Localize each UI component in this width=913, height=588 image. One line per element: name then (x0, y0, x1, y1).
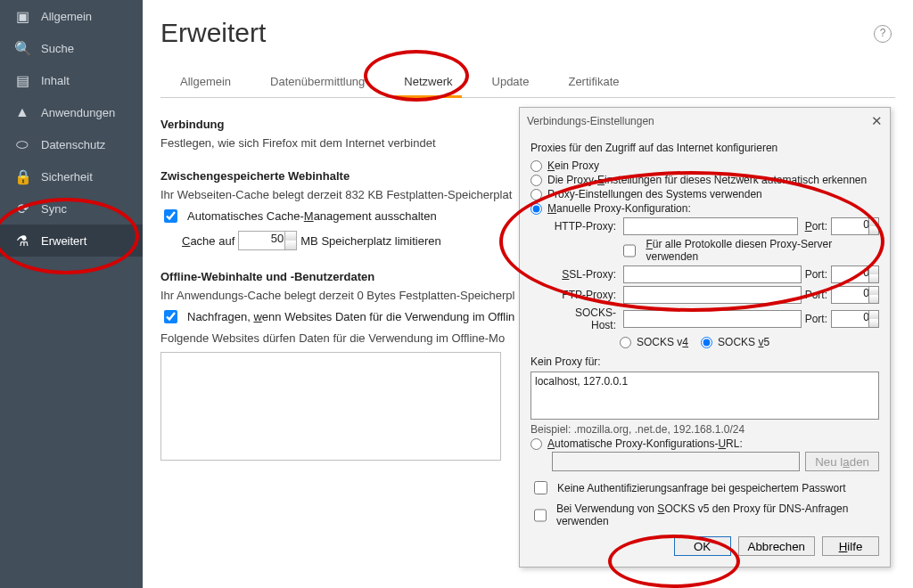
connection-settings-dialog: Verbindungs-Einstellungen ✕ Proxies für … (519, 107, 891, 568)
noproxy-textarea[interactable]: localhost, 127.0.0.1 (531, 372, 879, 420)
sidebar-label: Erweitert (41, 234, 86, 248)
tab-data[interactable]: Datenübermittlung (268, 69, 366, 97)
sidebar-label: Allgemein (41, 10, 92, 23)
sync-icon: ⟳ (14, 200, 30, 217)
help-button[interactable]: Hilfe (822, 536, 879, 556)
reload-button[interactable]: Neu laden (805, 452, 879, 471)
radio-socks4[interactable]: SOCKS v4 (620, 336, 688, 348)
ftp-proxy-input[interactable] (623, 286, 802, 304)
gear-icon: ▣ (14, 8, 30, 25)
offline-sites-list[interactable] (160, 352, 501, 461)
mask-icon: ⬭ (14, 136, 30, 152)
offline-ask-input[interactable] (164, 310, 177, 323)
http-port-input[interactable]: 0 (831, 217, 879, 235)
ssl-proxy-label: SSL-Proxy: (552, 268, 620, 281)
radio-manual-proxy[interactable]: Manuelle Proxy-Konfiguration: (531, 202, 879, 215)
lock-icon: 🔒 (14, 168, 30, 185)
sidebar-label: Sicherheit (41, 170, 93, 184)
advanced-tabs: Allgemein Datenübermittlung Netzwerk Upd… (160, 69, 895, 98)
sidebar-item-content[interactable]: ▤Inhalt (0, 64, 143, 96)
sidebar-label: Datenschutz (41, 138, 105, 151)
close-icon[interactable]: ✕ (871, 113, 883, 129)
socks-port-input[interactable]: 0 (831, 310, 879, 328)
socks-host-label: SOCKS-Host: (552, 306, 620, 331)
ssl-port-input[interactable]: 0 (831, 265, 879, 283)
sidebar-item-sync[interactable]: ⟳Sync (0, 192, 143, 225)
flask-icon: ⚗ (14, 233, 30, 249)
same-proxy-checkbox[interactable]: Für alle Protokolle diesen Proxy-Server … (620, 238, 879, 263)
ok-button[interactable]: OK (674, 536, 731, 556)
sidebar-item-general[interactable]: ▣Allgemein (0, 0, 143, 32)
search-icon: 🔍 (14, 40, 30, 57)
ssl-proxy-input[interactable] (623, 265, 802, 283)
tab-certificates[interactable]: Zertifikate (566, 69, 621, 97)
noproxy-example: Beispiel: .mozilla.org, .net.de, 192.168… (531, 423, 879, 436)
radio-no-proxy[interactable]: Kein Proxy (531, 159, 879, 172)
socks-host-input[interactable] (623, 310, 802, 328)
page-title: Erweitert (160, 18, 895, 48)
cache-override-input[interactable] (164, 209, 177, 223)
tab-update[interactable]: Update (490, 69, 531, 97)
http-proxy-input[interactable] (623, 217, 798, 235)
noauth-checkbox[interactable]: Keine Authentifizierungsanfrage bei gesp… (531, 478, 879, 497)
rocket-icon: ▲ (14, 104, 30, 120)
sidebar-item-privacy[interactable]: ⬭Datenschutz (0, 128, 143, 160)
radio-auto-detect[interactable]: Die Proxy-Einstellungen für dieses Netzw… (531, 174, 879, 186)
radio-pac-url[interactable]: Automatische Proxy-Konfigurations-URL: (531, 437, 879, 450)
radio-system-proxy[interactable]: Proxy-Einstellungen des Systems verwende… (531, 188, 879, 200)
ftp-proxy-label: FTP-Proxy: (552, 289, 620, 301)
sidebar-label: Sync (41, 202, 67, 216)
noproxy-label: Kein Proxy für: (531, 355, 879, 368)
ftp-port-input[interactable]: 0 (831, 286, 879, 304)
sidebar-item-advanced[interactable]: ⚗Erweitert (0, 225, 143, 257)
pac-url-input (552, 452, 800, 471)
radio-socks5[interactable]: SOCKS v5 (701, 336, 769, 348)
cancel-button[interactable]: Abbrechen (738, 536, 815, 556)
dialog-heading: Proxies für den Zugriff auf das Internet… (531, 142, 879, 154)
socks-dns-checkbox[interactable]: Bei Verwendung von SOCKS v5 den Proxy fü… (531, 502, 879, 527)
dialog-title: Verbindungs-Einstellungen (527, 115, 654, 127)
sidebar-label: Anwendungen (41, 106, 115, 119)
sidebar-item-security[interactable]: 🔒Sicherheit (0, 160, 143, 192)
sidebar-item-apps[interactable]: ▲Anwendungen (0, 96, 143, 128)
cache-size-spinner[interactable]: 50 (238, 231, 297, 250)
document-icon: ▤ (14, 72, 30, 89)
sidebar-label: Inhalt (41, 74, 70, 87)
tab-network[interactable]: Netzwerk (402, 69, 454, 97)
proxy-fields: HTTP-Proxy: Port: 0 Für alle Protokolle … (552, 217, 879, 350)
sidebar-item-search[interactable]: 🔍Suche (0, 32, 143, 64)
preferences-sidebar: ▣Allgemein 🔍Suche ▤Inhalt ▲Anwendungen ⬭… (0, 0, 143, 588)
help-icon[interactable]: ? (874, 25, 892, 43)
tab-general[interactable]: Allgemein (178, 69, 233, 97)
sidebar-label: Suche (41, 42, 74, 55)
http-proxy-label: HTTP-Proxy: (552, 220, 620, 233)
